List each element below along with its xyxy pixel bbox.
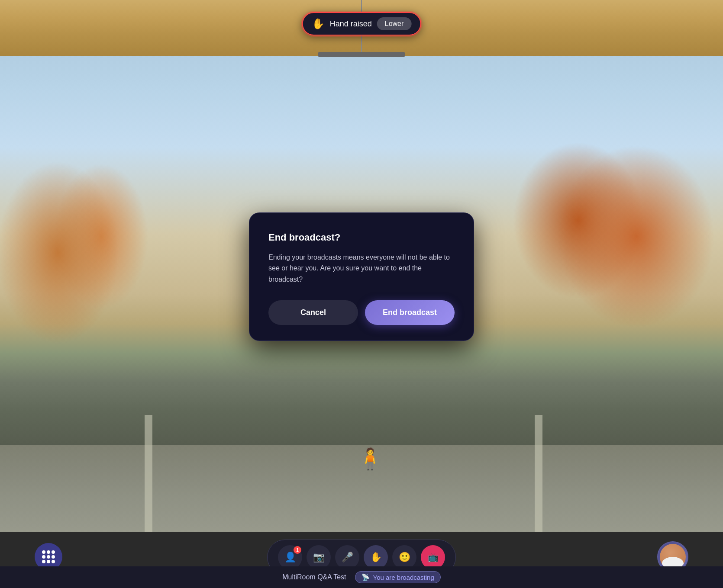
mic-button[interactable]: 🎤 bbox=[335, 545, 359, 569]
emoji-icon: 🙂 bbox=[399, 552, 410, 563]
hand-toolbar-icon: ✋ bbox=[370, 552, 382, 563]
grid-icon bbox=[42, 550, 55, 563]
lower-hand-button[interactable]: Lower bbox=[377, 17, 412, 30]
end-broadcast-button[interactable]: End broadcast bbox=[365, 300, 455, 325]
modal-title: End broadcast? bbox=[268, 232, 455, 243]
broadcast-status-icon: 📡 bbox=[362, 573, 370, 581]
modal-body: Ending your broadcasts means everyone wi… bbox=[268, 252, 455, 285]
people-icon: 👤 bbox=[284, 552, 296, 563]
people-badge: 1 bbox=[294, 546, 301, 554]
hand-raised-icon: ✋ bbox=[312, 18, 325, 30]
end-broadcast-modal: End broadcast? Ending your broadcasts me… bbox=[249, 212, 474, 341]
cancel-button[interactable]: Cancel bbox=[268, 300, 358, 325]
status-bar: MultiRoom Q&A Test 📡 You are broadcastin… bbox=[0, 566, 723, 588]
modal-overlay: End broadcast? Ending your broadcasts me… bbox=[0, 0, 723, 588]
camera-button[interactable]: 📷 bbox=[307, 545, 331, 569]
broadcasting-badge: 📡 You are broadcasting bbox=[355, 571, 441, 583]
broadcast-icon: 📺 bbox=[428, 552, 439, 562]
modal-buttons: Cancel End broadcast bbox=[268, 300, 455, 325]
avatar-face bbox=[660, 544, 686, 570]
hand-button[interactable]: ✋ bbox=[364, 545, 388, 569]
hand-raised-label: Hand raised bbox=[330, 19, 372, 29]
mic-icon: 🎤 bbox=[342, 552, 353, 563]
emoji-button[interactable]: 🙂 bbox=[392, 545, 416, 569]
camera-icon: 📷 bbox=[313, 552, 325, 563]
hand-raised-notification: ✋ Hand raised Lower bbox=[302, 12, 421, 35]
room-name: MultiRoom Q&A Test bbox=[282, 573, 346, 581]
broadcast-button[interactable]: 📺 bbox=[421, 545, 445, 569]
people-button[interactable]: 👤 1 bbox=[278, 545, 302, 569]
broadcasting-label: You are broadcasting bbox=[373, 574, 434, 581]
